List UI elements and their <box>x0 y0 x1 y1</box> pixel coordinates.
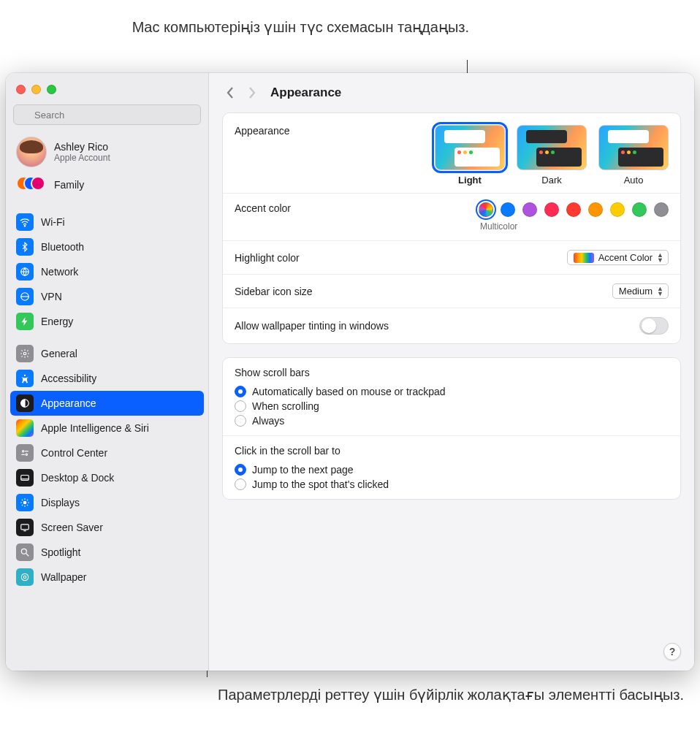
vpn-icon <box>16 288 34 305</box>
accent-pink[interactable] <box>544 202 559 217</box>
sidebar-item-control-center[interactable]: Control Center <box>10 440 204 465</box>
click-option-spot[interactable]: Jump to the spot that's clicked <box>235 478 669 490</box>
click-option-next-page[interactable]: Jump to the next page <box>235 464 669 476</box>
sidebar-item-accessibility[interactable]: Accessibility <box>10 366 204 391</box>
sidebar-item-bluetooth[interactable]: Bluetooth <box>10 234 204 259</box>
accessibility-icon <box>16 370 34 387</box>
accent-yellow[interactable] <box>610 202 625 217</box>
sidebar-item-network[interactable]: Network <box>10 259 204 284</box>
panel-appearance: Appearance Light <box>222 112 681 344</box>
sidebar-item-desktop-dock[interactable]: Desktop & Dock <box>10 465 204 490</box>
updown-icon: ▲▼ <box>657 286 663 297</box>
screen-saver-icon <box>16 519 34 536</box>
sidebar-item-label: Appearance <box>41 397 96 409</box>
help-button[interactable]: ? <box>663 643 681 660</box>
close-button[interactable] <box>16 85 26 94</box>
radio-icon <box>235 478 246 490</box>
sidebar-item-displays[interactable]: Displays <box>10 490 204 515</box>
sidebar-item-wallpaper[interactable]: Wallpaper <box>10 565 204 590</box>
minimize-button[interactable] <box>31 85 41 94</box>
show-scrollbars-title: Show scroll bars <box>235 367 669 378</box>
sidebar-item-label: Displays <box>41 497 80 508</box>
sidebar-item-ai-siri[interactable]: Apple Intelligence & Siri <box>10 416 204 440</box>
appearance-option-auto[interactable]: Auto <box>598 125 669 186</box>
scrollbars-option-scrolling[interactable]: When scrolling <box>235 400 669 412</box>
sidebar-item-label: Desktop & Dock <box>41 472 114 484</box>
scrollbars-option-auto[interactable]: Automatically based on mouse or trackpad <box>235 386 669 397</box>
highlight-label: Highlight color <box>235 252 300 264</box>
radio-icon <box>235 415 246 427</box>
row-highlight-color: Highlight color Accent Color ▲▼ <box>223 241 680 275</box>
sidebar-item-spotlight[interactable]: Spotlight <box>10 540 204 565</box>
accent-blue[interactable] <box>501 202 515 217</box>
sidebar-item-screen-saver[interactable]: Screen Saver <box>10 515 204 540</box>
gear-icon <box>16 345 34 362</box>
sidebar-item-label: Energy <box>41 316 73 327</box>
sidebar-item-label: Accessibility <box>41 373 96 384</box>
sidebar-icon-popup[interactable]: Medium ▲▼ <box>612 283 669 299</box>
bluetooth-icon <box>16 238 34 256</box>
radio-label: Jump to the spot that's clicked <box>252 478 389 490</box>
sidebar-item-vpn[interactable]: VPN <box>10 284 204 309</box>
back-button[interactable] <box>222 83 238 102</box>
main-content: Appearance Appearance Light <box>209 73 694 671</box>
panel-scroll: Show scroll bars Automatically based on … <box>222 357 681 500</box>
fullscreen-button[interactable] <box>47 85 56 94</box>
scrollbars-option-always[interactable]: Always <box>235 415 669 427</box>
sidebar-item-label: Wallpaper <box>41 571 87 583</box>
settings-window: Ashley Rico Apple Account Family Wi-Fi <box>6 73 694 671</box>
accent-green[interactable] <box>632 202 647 217</box>
svg-point-2 <box>24 226 25 226</box>
callout-bottom: Параметрлерді реттеу үшін бүйірлік жолақ… <box>218 685 684 705</box>
sidebar-icon-value: Medium <box>619 286 653 297</box>
dock-icon <box>16 469 34 487</box>
row-accent-color: Accent color Mul <box>223 194 680 241</box>
appearance-dark-label: Dark <box>517 175 587 186</box>
accent-orange[interactable] <box>588 202 603 217</box>
svg-line-18 <box>26 554 29 557</box>
appearance-label: Appearance <box>235 125 290 137</box>
svg-point-19 <box>23 576 26 579</box>
accent-graphite[interactable] <box>654 202 669 217</box>
avatar <box>16 137 47 167</box>
accent-swatches <box>479 202 669 217</box>
radio-icon <box>235 464 246 476</box>
sidebar-item-wifi[interactable]: Wi-Fi <box>10 210 204 234</box>
appearance-option-light[interactable]: Light <box>435 125 505 186</box>
svg-rect-15 <box>21 525 29 530</box>
section-click-scrollbar: Click in the scroll bar to Jump to the n… <box>223 436 680 499</box>
spotlight-icon <box>16 543 34 561</box>
content-scroll: Appearance Light <box>209 112 694 671</box>
row-sidebar-icon-size: Sidebar icon size Medium ▲▼ <box>223 275 680 308</box>
energy-icon <box>16 313 34 330</box>
appearance-auto-label: Auto <box>598 175 669 186</box>
sidebar-item-general[interactable]: General <box>10 341 204 366</box>
apple-account-row[interactable]: Ashley Rico Apple Account <box>6 132 208 172</box>
radio-icon <box>235 386 246 397</box>
sidebar-item-label: Wi-Fi <box>41 216 65 228</box>
sidebar-item-appearance[interactable]: Appearance <box>10 391 204 416</box>
svg-point-6 <box>24 375 26 376</box>
sidebar-item-energy[interactable]: Energy <box>10 309 204 334</box>
highlight-popup[interactable]: Accent Color ▲▼ <box>567 250 669 265</box>
sidebar-item-label: Screen Saver <box>41 522 103 533</box>
svg-point-8 <box>23 451 24 452</box>
sidebar-item-label: VPN <box>41 291 62 302</box>
accent-multicolor[interactable] <box>479 202 493 217</box>
svg-point-14 <box>23 501 27 505</box>
forward-button[interactable] <box>244 83 260 102</box>
accent-purple[interactable] <box>522 202 537 217</box>
accent-red[interactable] <box>566 202 581 217</box>
family-row[interactable]: Family <box>6 172 208 201</box>
account-name: Ashley Rico <box>54 141 110 153</box>
tinting-switch[interactable] <box>639 317 669 335</box>
search-input[interactable] <box>13 104 201 125</box>
search-wrap <box>6 102 208 132</box>
radio-label: When scrolling <box>252 400 319 412</box>
page-title: Appearance <box>270 85 341 100</box>
sidebar-item-label: General <box>41 348 77 359</box>
family-label: Family <box>54 179 84 191</box>
appearance-option-dark[interactable]: Dark <box>517 125 587 186</box>
displays-icon <box>16 494 34 511</box>
radio-label: Always <box>252 415 284 427</box>
